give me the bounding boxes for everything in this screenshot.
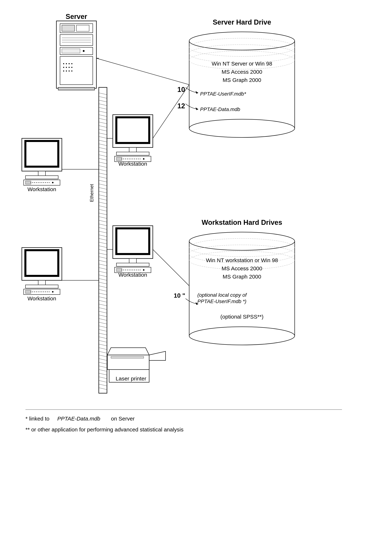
- svg-line-106: [99, 333, 107, 335]
- svg-line-43: [99, 104, 107, 106]
- svg-rect-199: [109, 360, 149, 382]
- svg-line-76: [99, 224, 107, 226]
- svg-line-108: [99, 340, 107, 342]
- svg-line-117: [99, 373, 107, 375]
- svg-line-58: [99, 158, 107, 160]
- svg-text:Win NT Server or Win 98: Win NT Server or Win 98: [212, 61, 272, 67]
- svg-line-103: [99, 322, 107, 324]
- svg-point-177: [136, 159, 137, 159]
- svg-text:10: 10: [177, 86, 185, 93]
- svg-point-15: [71, 63, 72, 64]
- svg-rect-143: [24, 249, 59, 277]
- svg-line-109: [99, 344, 107, 346]
- svg-line-45: [99, 111, 107, 113]
- svg-text:MS Access 2000: MS Access 2000: [222, 265, 262, 271]
- svg-rect-128: [24, 180, 60, 185]
- svg-point-134: [36, 182, 37, 183]
- svg-point-192: [129, 270, 130, 270]
- svg-text:Workstation: Workstation: [118, 161, 147, 167]
- server-tower-icon: [56, 21, 96, 90]
- svg-marker-208: [149, 351, 166, 360]
- svg-line-216: [153, 249, 189, 286]
- svg-point-187: [143, 269, 145, 271]
- svg-point-35: [189, 245, 295, 263]
- svg-line-93: [99, 286, 107, 288]
- svg-point-29: [189, 45, 295, 63]
- svg-line-88: [99, 268, 107, 269]
- svg-point-14: [69, 63, 70, 64]
- svg-rect-165: [117, 152, 149, 155]
- svg-point-136: [40, 182, 40, 183]
- svg-line-87: [99, 264, 107, 266]
- svg-text:12: 12: [177, 102, 185, 110]
- svg-point-179: [140, 159, 140, 159]
- svg-rect-163: [117, 118, 148, 142]
- svg-point-34: [189, 238, 295, 257]
- svg-line-46: [99, 115, 107, 117]
- svg-rect-147: [24, 289, 60, 295]
- svg-line-97: [99, 300, 107, 302]
- svg-line-82: [99, 246, 107, 248]
- svg-line-59: [99, 162, 107, 164]
- svg-line-40: [99, 93, 107, 95]
- svg-point-26: [189, 32, 295, 50]
- svg-text:Workstation Hard Drives: Workstation Hard Drives: [202, 219, 282, 226]
- svg-rect-186: [117, 268, 122, 272]
- svg-line-55: [99, 147, 107, 149]
- svg-marker-206: [107, 348, 149, 355]
- svg-point-27: [189, 119, 295, 137]
- svg-line-51: [99, 133, 107, 135]
- ws-middle-top-icon: [113, 115, 153, 162]
- svg-rect-162: [116, 117, 150, 144]
- svg-line-53: [99, 140, 107, 142]
- svg-line-110: [99, 348, 107, 349]
- svg-line-91: [99, 278, 107, 280]
- svg-line-111: [99, 351, 107, 353]
- svg-line-116: [99, 369, 107, 371]
- svg-text:PPTAE-UserIF.mdb*: PPTAE-UserIF.mdb*: [200, 91, 246, 97]
- svg-point-16: [63, 67, 64, 68]
- svg-line-72: [99, 209, 107, 211]
- ethernet-cable: Ethernet: [89, 87, 107, 393]
- svg-rect-4: [60, 35, 93, 46]
- svg-line-61: [99, 169, 107, 171]
- svg-point-188: [121, 270, 122, 270]
- svg-line-105: [99, 330, 107, 331]
- svg-rect-31: [189, 241, 295, 336]
- svg-line-62: [99, 173, 107, 175]
- svg-rect-9: [62, 49, 80, 53]
- svg-point-189: [123, 270, 124, 270]
- svg-point-155: [40, 292, 40, 292]
- diagram-svg: Ethernet: [14, 11, 392, 448]
- svg-rect-125: [26, 142, 57, 166]
- svg-rect-123: [22, 138, 62, 171]
- svg-line-52: [99, 137, 107, 138]
- svg-point-21: [66, 71, 67, 71]
- svg-point-169: [121, 159, 122, 159]
- svg-point-150: [31, 292, 31, 292]
- svg-rect-37: [99, 87, 107, 393]
- svg-line-99: [99, 308, 107, 309]
- svg-text:Workstation: Workstation: [118, 272, 147, 278]
- svg-point-28: [189, 38, 295, 57]
- svg-line-107: [99, 337, 107, 339]
- svg-line-80: [99, 238, 107, 240]
- svg-point-160: [49, 292, 50, 292]
- server-hd-cylinder: [189, 32, 295, 137]
- svg-rect-2: [62, 25, 75, 31]
- svg-line-83: [99, 249, 107, 251]
- svg-text:*   linked to: * linked to: [25, 415, 50, 422]
- svg-line-56: [99, 151, 107, 153]
- svg-rect-161: [113, 115, 153, 147]
- svg-point-197: [138, 270, 139, 270]
- svg-line-102: [99, 319, 107, 320]
- laser-printer-icon: [107, 348, 166, 382]
- svg-point-175: [132, 159, 133, 159]
- svg-line-217: [96, 58, 189, 85]
- svg-rect-164: [129, 147, 136, 152]
- svg-point-141: [49, 182, 50, 183]
- svg-line-95: [99, 293, 107, 295]
- svg-line-215: [153, 85, 189, 138]
- svg-rect-11: [60, 57, 93, 85]
- svg-line-101: [99, 315, 107, 317]
